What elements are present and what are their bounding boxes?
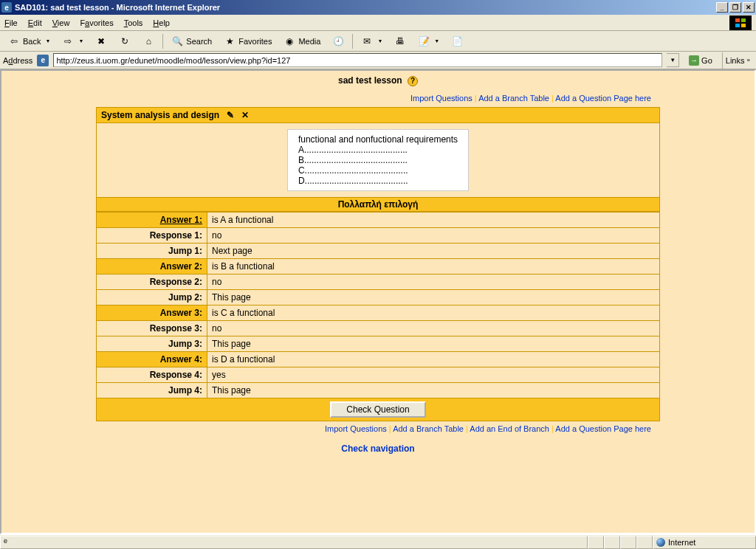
window-titlebar: e SAD101: sad test lesson - Microsoft In… (0, 0, 756, 15)
page-body: sad test lesson ? Import Questions | Add… (1, 71, 755, 533)
restore-button[interactable]: ❐ (729, 2, 741, 13)
table-row: Answer 4:is D a functional (97, 351, 660, 367)
address-label: Address (3, 56, 32, 65)
option-a: A.......................................… (298, 145, 458, 155)
history-button[interactable]: 🕘 (327, 33, 349, 49)
ie-icon: e (4, 537, 14, 548)
row-value: This page (207, 382, 660, 398)
row-label: Answer 3: (97, 305, 207, 320)
discuss-button[interactable]: 📄 (446, 33, 468, 49)
row-value: is C a functional (207, 305, 660, 320)
help-icon[interactable]: ? (408, 76, 418, 86)
mail-icon: ✉ (361, 35, 373, 47)
row-label: Response 3: (97, 320, 207, 336)
row-value: is B a functional (207, 258, 660, 274)
menu-bar: File Edit View Favorites Tools Help (0, 15, 756, 31)
status-bar: e Internet (0, 534, 756, 549)
home-button[interactable]: ⌂ (137, 33, 159, 49)
globe-icon (656, 538, 665, 547)
table-row: Answer 3:is C a functional (97, 305, 660, 320)
row-label: Answer 2: (97, 258, 207, 274)
star-icon: ★ (224, 35, 236, 47)
row-value: no (207, 274, 660, 289)
option-d: D.......................................… (298, 176, 458, 186)
add-branch-table-link[interactable]: Add a Branch Table (393, 424, 464, 433)
table-row: Response 2:no (97, 274, 660, 289)
links-bar[interactable]: Links » (722, 52, 753, 69)
menu-edit[interactable]: Edit (28, 18, 42, 27)
check-question-button[interactable]: Check Question (330, 401, 425, 418)
import-questions-link[interactable]: Import Questions (410, 94, 472, 103)
dropdown-icon: ▼ (78, 38, 83, 44)
option-c: C.......................................… (298, 165, 458, 176)
stop-icon: ✖ (95, 35, 107, 47)
forward-button[interactable]: ⇨ ▼ (57, 33, 89, 49)
row-label: Jump 3: (97, 336, 207, 351)
favorites-button[interactable]: ★Favorites (219, 33, 277, 49)
address-input[interactable] (53, 53, 662, 67)
search-button[interactable]: 🔍Search (166, 33, 217, 49)
add-question-page-link[interactable]: Add a Question Page here (555, 424, 651, 433)
option-b: B.......................................… (298, 155, 458, 165)
menu-tools[interactable]: Tools (124, 18, 143, 27)
content-frame: sad test lesson ? Import Questions | Add… (0, 69, 756, 534)
print-button[interactable]: 🖶 (389, 33, 411, 49)
home-icon: ⌂ (142, 35, 154, 47)
minimize-button[interactable]: _ (716, 2, 728, 13)
dropdown-icon: ▼ (45, 38, 50, 44)
page-title: sad test lesson ? (1, 71, 755, 91)
edit-button[interactable]: 📝▼ (413, 33, 444, 49)
refresh-button[interactable]: ↻ (114, 33, 136, 49)
row-value: is A a functional (207, 212, 660, 227)
edit-icon[interactable]: ✎ (225, 110, 236, 120)
ie-icon: e (1, 2, 12, 13)
row-value: This page (207, 336, 660, 351)
row-label: Answer 4: (97, 351, 207, 367)
delete-icon[interactable]: ✕ (240, 110, 250, 120)
table-row: Jump 1:Next page (97, 243, 660, 258)
add-end-of-branch-link[interactable]: Add an End of Branch (470, 424, 549, 433)
action-links-bottom: Import Questions | Add a Branch Table | … (1, 421, 755, 438)
address-dropdown[interactable]: ▼ (667, 53, 679, 67)
menu-view[interactable]: View (52, 18, 70, 27)
status-cell (620, 536, 636, 549)
menu-help[interactable]: Help (153, 18, 170, 27)
table-row: Answer 1:is A a functional (97, 212, 660, 227)
forward-arrow-icon: ⇨ (62, 35, 74, 47)
table-row: Response 1:no (97, 227, 660, 243)
row-value: yes (207, 367, 660, 382)
back-button[interactable]: ⇦ Back ▼ (3, 33, 55, 49)
back-arrow-icon: ⇦ (8, 35, 20, 47)
add-branch-table-link[interactable]: Add a Branch Table (478, 94, 549, 103)
separator (352, 34, 353, 49)
row-label: Jump 2: (97, 289, 207, 305)
row-value: no (207, 320, 660, 336)
import-questions-link[interactable]: Import Questions (325, 424, 387, 433)
address-bar: Address e ▼ → Go Links » (0, 52, 756, 69)
go-button[interactable]: → Go (684, 53, 718, 67)
check-navigation-row: Check navigation (1, 438, 755, 460)
print-icon: 🖶 (394, 35, 406, 47)
table-row: Answer 2:is B a functional (97, 258, 660, 274)
row-label: Response 1: (97, 227, 207, 243)
table-row: Jump 2:This page (97, 289, 660, 305)
stop-button[interactable]: ✖ (90, 33, 112, 49)
row-value: Next page (207, 243, 660, 258)
row-value: no (207, 227, 660, 243)
add-question-page-link[interactable]: Add a Question Page here (555, 94, 651, 103)
discuss-icon: 📄 (451, 35, 463, 47)
mail-button[interactable]: ✉▼ (356, 33, 388, 49)
check-navigation-link[interactable]: Check navigation (341, 443, 414, 454)
menu-file[interactable]: File (4, 18, 18, 27)
section-header: System analysis and design ✎ ✕ (96, 107, 660, 123)
row-label: Response 2: (97, 274, 207, 289)
page-icon: e (37, 55, 49, 66)
row-label: Jump 4: (97, 382, 207, 398)
row-label: Answer 1: (97, 212, 207, 227)
media-icon: ◉ (284, 35, 295, 47)
lesson-section: System analysis and design ✎ ✕ functiona… (96, 107, 660, 421)
media-button[interactable]: ◉Media (278, 33, 326, 49)
status-cell (636, 536, 653, 549)
menu-favorites[interactable]: Favorites (80, 18, 113, 27)
close-button[interactable]: ✕ (743, 2, 755, 13)
